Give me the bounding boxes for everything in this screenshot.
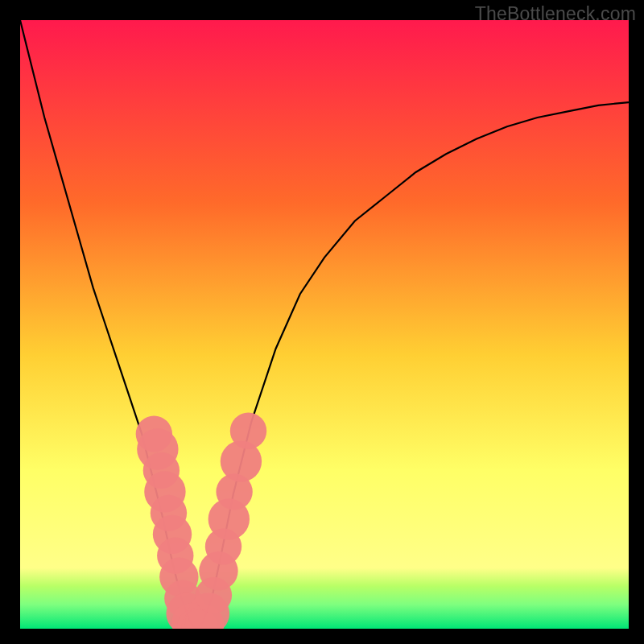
plot-area (20, 20, 629, 629)
watermark-text: TheBottleneck.com (475, 3, 636, 25)
chart-frame: TheBottleneck.com (0, 0, 644, 644)
chart-svg (20, 20, 629, 629)
marker-dot (230, 413, 266, 449)
gradient-background (20, 20, 629, 629)
